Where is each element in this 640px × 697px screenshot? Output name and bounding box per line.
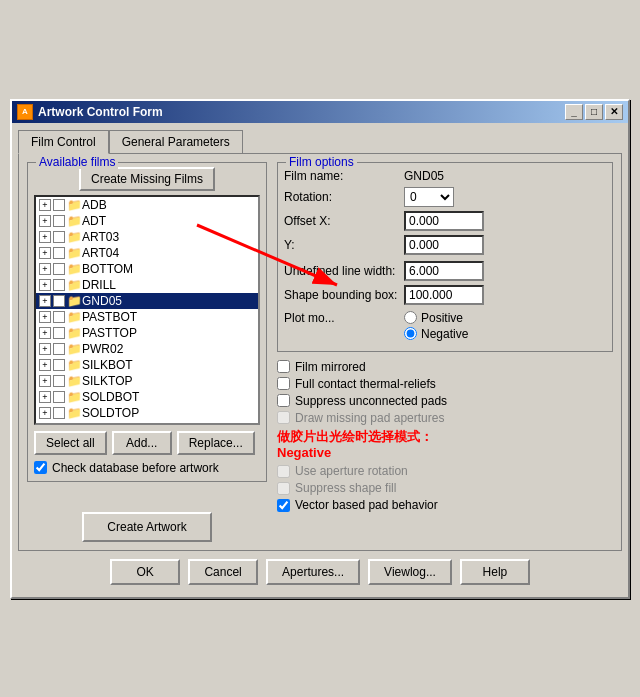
suppress-unconnected-checkbox[interactable] xyxy=(277,394,290,407)
positive-radio[interactable] xyxy=(404,311,417,324)
folder-icon: 📁 xyxy=(67,358,82,372)
film-checkbox[interactable]: ✓ xyxy=(53,295,65,307)
film-name: BOTTOM xyxy=(82,262,133,276)
negative-radio[interactable] xyxy=(404,327,417,340)
film-checkbox[interactable] xyxy=(53,375,65,387)
list-item[interactable]: + 📁 PWR02 xyxy=(36,341,258,357)
film-checkbox[interactable] xyxy=(53,247,65,259)
list-item[interactable]: + 📁 SILKTOP xyxy=(36,373,258,389)
film-checkbox[interactable] xyxy=(53,215,65,227)
offset-y-label: Y: xyxy=(284,238,404,252)
rotation-select[interactable]: 0 90 180 270 xyxy=(404,187,454,207)
annotation-chinese: 做胶片出光绘时选择模式： xyxy=(277,429,613,446)
expand-icon[interactable]: + xyxy=(39,215,51,227)
ok-button[interactable]: OK xyxy=(110,559,180,585)
cancel-button[interactable]: Cancel xyxy=(188,559,258,585)
title-bar-left: A Artwork Control Form xyxy=(17,104,163,120)
tab-film-control[interactable]: Film Control xyxy=(18,130,109,154)
expand-icon[interactable]: + xyxy=(39,263,51,275)
full-contact-label: Full contact thermal-reliefs xyxy=(295,377,436,391)
full-contact-checkbox[interactable] xyxy=(277,377,290,390)
film-checkbox[interactable] xyxy=(53,231,65,243)
folder-icon: 📁 xyxy=(67,230,82,244)
film-checkbox[interactable] xyxy=(53,359,65,371)
film-checkbox[interactable] xyxy=(53,343,65,355)
title-buttons: _ □ ✕ xyxy=(565,104,623,120)
create-missing-films-button[interactable]: Create Missing Films xyxy=(79,167,215,191)
undefined-line-label: Undefined line width: xyxy=(284,264,404,278)
apertures-button[interactable]: Apertures... xyxy=(266,559,360,585)
check-db-checkbox[interactable] xyxy=(34,461,47,474)
vector-based-checkbox[interactable] xyxy=(277,499,290,512)
film-checkbox[interactable] xyxy=(53,199,65,211)
list-item[interactable]: + 📁 SOLDBOT xyxy=(36,389,258,405)
film-checkbox[interactable] xyxy=(53,391,65,403)
expand-icon[interactable]: + xyxy=(39,279,51,291)
restore-button[interactable]: □ xyxy=(585,104,603,120)
window-body: Film Control General Parameters Availabl… xyxy=(12,123,628,597)
film-name: PASTTOP xyxy=(82,326,137,340)
main-layout: Available films Create Missing Films + 📁… xyxy=(27,162,613,542)
draw-missing-label: Draw missing pad apertures xyxy=(295,411,444,425)
film-list[interactable]: + 📁 ADB + 📁 ADT xyxy=(34,195,260,425)
replace-button[interactable]: Replace... xyxy=(177,431,255,455)
tab-general-parameters[interactable]: General Parameters xyxy=(109,130,243,154)
film-checkbox[interactable] xyxy=(53,327,65,339)
rotation-label: Rotation: xyxy=(284,190,404,204)
folder-icon: 📁 xyxy=(67,214,82,228)
list-item[interactable]: + 📁 PASTBOT xyxy=(36,309,258,325)
expand-icon[interactable]: + xyxy=(39,359,51,371)
select-all-button[interactable]: Select all xyxy=(34,431,107,455)
expand-icon[interactable]: + xyxy=(39,311,51,323)
expand-icon[interactable]: + xyxy=(39,327,51,339)
offset-x-row: Offset X: 0.000 xyxy=(284,211,606,231)
offset-y-input[interactable]: 0.000 xyxy=(404,235,484,255)
window-title: Artwork Control Form xyxy=(38,105,163,119)
expand-icon[interactable]: + xyxy=(39,231,51,243)
use-aperture-label: Use aperture rotation xyxy=(295,464,408,478)
folder-icon: 📁 xyxy=(67,326,82,340)
list-item[interactable]: + 📁 ART04 xyxy=(36,245,258,261)
list-item[interactable]: + 📁 DRILL xyxy=(36,277,258,293)
film-mirrored-checkbox[interactable] xyxy=(277,360,290,373)
expand-icon[interactable]: + xyxy=(39,199,51,211)
expand-icon[interactable]: + xyxy=(39,375,51,387)
expand-icon[interactable]: + xyxy=(39,343,51,355)
create-artwork-button[interactable]: Create Artwork xyxy=(82,512,212,542)
shape-bounding-label: Shape bounding box: xyxy=(284,288,404,302)
shape-bounding-row: Shape bounding box: 100.000 xyxy=(284,285,606,305)
expand-icon[interactable]: + xyxy=(39,295,51,307)
expand-icon[interactable]: + xyxy=(39,247,51,259)
negative-label: Negative xyxy=(421,327,468,341)
list-item[interactable]: + 📁 ADB xyxy=(36,197,258,213)
undefined-line-input[interactable]: 6.000 xyxy=(404,261,484,281)
list-item[interactable]: + 📁 SOLDTOP xyxy=(36,405,258,421)
expand-icon[interactable]: + xyxy=(39,391,51,403)
viewlog-button[interactable]: Viewlog... xyxy=(368,559,452,585)
expand-icon[interactable]: + xyxy=(39,407,51,419)
film-checkbox[interactable] xyxy=(53,407,65,419)
film-name: SOLDBOT xyxy=(82,390,139,404)
list-item[interactable]: + 📁 ART03 xyxy=(36,229,258,245)
annotation-negative: Negative xyxy=(277,445,613,460)
options-section: Film mirrored Full contact thermal-relie… xyxy=(277,360,613,513)
help-button[interactable]: Help xyxy=(460,559,530,585)
minimize-button[interactable]: _ xyxy=(565,104,583,120)
title-bar: A Artwork Control Form _ □ ✕ xyxy=(12,101,628,123)
list-item[interactable]: + 📁 PASTTOP xyxy=(36,325,258,341)
undefined-line-row: Undefined line width: 6.000 xyxy=(284,261,606,281)
list-item-selected[interactable]: + ✓ 📁 GND05 xyxy=(36,293,258,309)
close-button[interactable]: ✕ xyxy=(605,104,623,120)
list-item[interactable]: + 📁 ADT xyxy=(36,213,258,229)
offset-x-input[interactable]: 0.000 xyxy=(404,211,484,231)
add-button[interactable]: Add... xyxy=(112,431,172,455)
film-checkbox[interactable] xyxy=(53,263,65,275)
film-name-row: Film name: GND05 xyxy=(284,169,606,183)
film-checkbox[interactable] xyxy=(53,279,65,291)
shape-bounding-input[interactable]: 100.000 xyxy=(404,285,484,305)
available-films-group: Available films Create Missing Films + 📁… xyxy=(27,162,267,482)
plot-mode-row: Plot mo... Positive Negative xyxy=(284,311,606,341)
film-checkbox[interactable] xyxy=(53,311,65,323)
list-item[interactable]: + 📁 SILKBOT xyxy=(36,357,258,373)
list-item[interactable]: + 📁 BOTTOM xyxy=(36,261,258,277)
